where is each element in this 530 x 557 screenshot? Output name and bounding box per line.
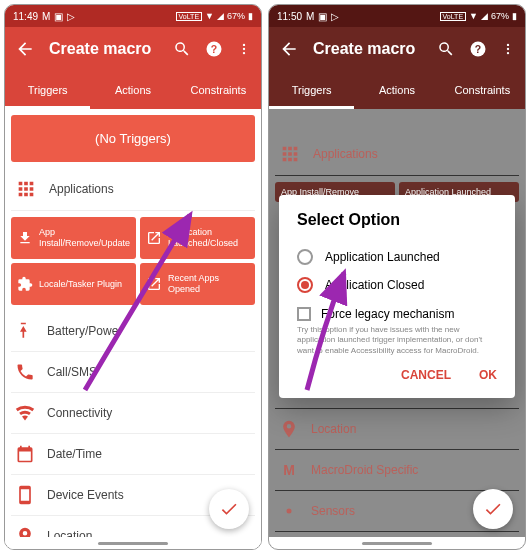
tab-constraints[interactable]: Constraints — [176, 71, 261, 109]
back-icon[interactable] — [279, 39, 299, 59]
phone-icon — [15, 362, 35, 382]
tab-triggers[interactable]: Triggers — [5, 71, 90, 109]
cancel-button[interactable]: CANCEL — [401, 368, 451, 382]
status-time: 11:49 — [13, 11, 38, 22]
phone-left: 11:49 M ▣ ▷ VoLTE ▼ ◢ 67% ▮ Create macro… — [4, 4, 262, 550]
wifi-icon — [15, 403, 35, 423]
nav-bar — [269, 537, 525, 549]
volte-badge: VoLTE — [440, 12, 467, 21]
box-icon: ▣ — [54, 11, 63, 22]
card-app-launched[interactable]: Application Launched/Closed — [140, 217, 255, 259]
ok-button[interactable]: OK — [479, 368, 497, 382]
help-icon[interactable]: ? — [469, 40, 487, 58]
triangle-icon: ▷ — [331, 11, 339, 22]
select-option-dialog: Select Option Application Launched Appli… — [279, 195, 515, 398]
app-title: Create macro — [313, 40, 437, 58]
radio-launched[interactable]: Application Launched — [297, 243, 497, 271]
battery-icon: ▮ — [512, 11, 517, 21]
section-label: Applications — [49, 182, 114, 196]
svg-point-3 — [243, 48, 245, 50]
signal-icon: ◢ — [481, 11, 488, 21]
more-icon[interactable] — [501, 40, 515, 58]
card-locale[interactable]: Locale/Tasker Plugin — [11, 263, 136, 305]
svg-point-9 — [507, 48, 509, 50]
back-icon[interactable] — [15, 39, 35, 59]
checkbox-icon — [297, 307, 311, 321]
card-app-install[interactable]: App Install/Remove/Update — [11, 217, 136, 259]
category-call[interactable]: Call/SMS — [11, 352, 255, 393]
battery-pct: 67% — [227, 11, 245, 21]
status-time: 11:50 — [277, 11, 302, 22]
help-icon[interactable]: ? — [205, 40, 223, 58]
category-connectivity[interactable]: Connectivity — [11, 393, 255, 434]
m-icon: M — [306, 11, 314, 22]
calendar-icon — [15, 444, 35, 464]
svg-point-4 — [243, 52, 245, 54]
fab-confirm[interactable] — [473, 489, 513, 529]
search-icon[interactable] — [437, 40, 455, 58]
category-macrodroid[interactable]: MMacroDroid Specific — [275, 450, 519, 491]
launch-icon — [146, 230, 162, 246]
nav-bar — [5, 537, 261, 549]
tab-bar: Triggers Actions Constraints — [5, 71, 261, 109]
radio-closed[interactable]: Application Closed — [297, 271, 497, 299]
svg-text:?: ? — [475, 43, 481, 55]
svg-point-11 — [287, 509, 292, 514]
battery-icon — [15, 321, 35, 341]
wifi-icon: ▼ — [205, 11, 214, 21]
app-bar: Create macro ? — [269, 27, 525, 71]
tab-actions[interactable]: Actions — [90, 71, 175, 109]
m-icon: M — [42, 11, 50, 22]
triangle-icon: ▷ — [67, 11, 75, 22]
section-applications[interactable]: Applications — [275, 133, 519, 176]
dialog-title: Select Option — [297, 211, 497, 229]
search-icon[interactable] — [173, 40, 191, 58]
content: (No Triggers) Applications App Install/R… — [5, 109, 261, 549]
device-icon — [15, 485, 35, 505]
signal-icon: ◢ — [217, 11, 224, 21]
location-icon — [279, 419, 299, 439]
category-location[interactable]: Location — [275, 409, 519, 450]
phone-right: 11:50 M ▣ ▷ VoLTE ▼ ◢ 67% ▮ Create macro… — [268, 4, 526, 550]
m-icon: M — [279, 460, 299, 480]
status-bar: 11:49 M ▣ ▷ VoLTE ▼ ◢ 67% ▮ — [5, 5, 261, 27]
tab-bar: Triggers Actions Constraints — [269, 71, 525, 109]
box-icon: ▣ — [318, 11, 327, 22]
category-datetime[interactable]: Date/Time — [11, 434, 255, 475]
recent-icon — [146, 276, 162, 292]
no-triggers-banner: (No Triggers) — [11, 115, 255, 162]
battery-pct: 67% — [491, 11, 509, 21]
svg-point-8 — [507, 44, 509, 46]
radio-icon — [297, 249, 313, 265]
battery-icon: ▮ — [248, 11, 253, 21]
wifi-icon: ▼ — [469, 11, 478, 21]
plugin-icon — [17, 276, 33, 292]
fab-confirm[interactable] — [209, 489, 249, 529]
svg-text:?: ? — [211, 43, 217, 55]
radio-icon — [297, 277, 313, 293]
status-bar: 11:50 M ▣ ▷ VoLTE ▼ ◢ 67% ▮ — [269, 5, 525, 27]
category-battery[interactable]: Battery/Power — [11, 311, 255, 352]
card-recent[interactable]: Recent Apps Opened — [140, 263, 255, 305]
apps-icon — [279, 143, 301, 165]
help-text: Try this option if you have issues with … — [297, 325, 497, 356]
volte-badge: VoLTE — [176, 12, 203, 21]
more-icon[interactable] — [237, 40, 251, 58]
section-applications[interactable]: Applications — [11, 168, 255, 211]
svg-point-2 — [243, 44, 245, 46]
sensor-icon — [279, 501, 299, 521]
svg-point-10 — [507, 52, 509, 54]
download-icon — [17, 230, 33, 246]
section-label: Applications — [313, 147, 378, 161]
app-title: Create macro — [49, 40, 173, 58]
tab-triggers[interactable]: Triggers — [269, 71, 354, 109]
app-bar: Create macro ? — [5, 27, 261, 71]
tab-actions[interactable]: Actions — [354, 71, 439, 109]
checkbox-legacy[interactable]: Force legacy mechanism — [297, 299, 497, 323]
apps-icon — [15, 178, 37, 200]
tab-constraints[interactable]: Constraints — [440, 71, 525, 109]
